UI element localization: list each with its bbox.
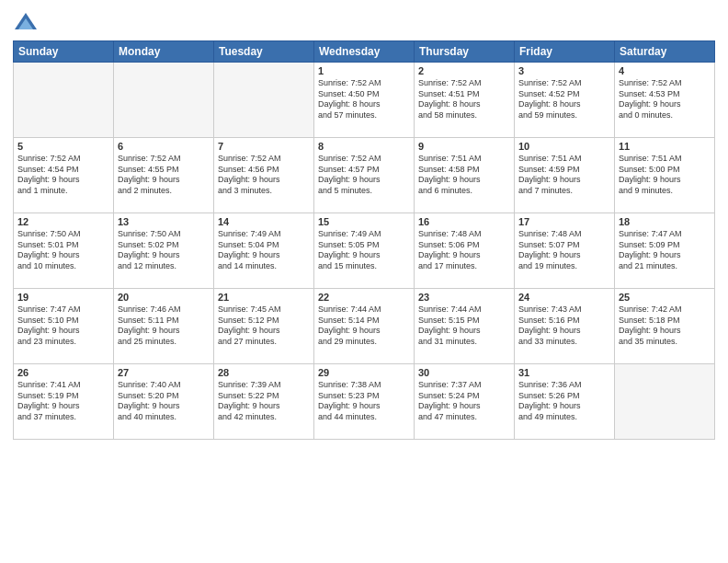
- day-cell: 2Sunrise: 7:52 AM Sunset: 4:51 PM Daylig…: [415, 63, 515, 138]
- day-info: Sunrise: 7:52 AM Sunset: 4:50 PM Dayligh…: [318, 78, 410, 121]
- day-cell: 21Sunrise: 7:45 AM Sunset: 5:12 PM Dayli…: [214, 289, 314, 364]
- day-cell: 11Sunrise: 7:51 AM Sunset: 5:00 PM Dayli…: [615, 138, 715, 213]
- day-info: Sunrise: 7:52 AM Sunset: 4:54 PM Dayligh…: [17, 154, 109, 197]
- week-row-3: 19Sunrise: 7:47 AM Sunset: 5:10 PM Dayli…: [14, 289, 715, 364]
- day-number: 20: [118, 292, 210, 303]
- day-info: Sunrise: 7:46 AM Sunset: 5:11 PM Dayligh…: [118, 304, 210, 348]
- day-cell: 28Sunrise: 7:39 AM Sunset: 5:22 PM Dayli…: [214, 364, 314, 440]
- day-info: Sunrise: 7:40 AM Sunset: 5:20 PM Dayligh…: [118, 380, 210, 423]
- week-row-2: 12Sunrise: 7:50 AM Sunset: 5:01 PM Dayli…: [14, 213, 715, 289]
- day-number: 5: [17, 141, 109, 152]
- day-info: Sunrise: 7:51 AM Sunset: 4:59 PM Dayligh…: [518, 154, 610, 197]
- day-number: 1: [318, 65, 410, 76]
- day-cell: [615, 364, 715, 440]
- day-number: 16: [418, 216, 510, 227]
- day-info: Sunrise: 7:37 AM Sunset: 5:24 PM Dayligh…: [418, 380, 510, 423]
- weekday-header-tuesday: Tuesday: [214, 41, 314, 63]
- day-cell: 12Sunrise: 7:50 AM Sunset: 5:01 PM Dayli…: [14, 213, 114, 289]
- day-cell: 26Sunrise: 7:41 AM Sunset: 5:19 PM Dayli…: [14, 364, 114, 440]
- day-info: Sunrise: 7:49 AM Sunset: 5:05 PM Dayligh…: [318, 229, 410, 272]
- day-cell: 17Sunrise: 7:48 AM Sunset: 5:07 PM Dayli…: [515, 213, 615, 289]
- day-info: Sunrise: 7:47 AM Sunset: 5:10 PM Dayligh…: [17, 304, 109, 348]
- day-info: Sunrise: 7:47 AM Sunset: 5:09 PM Dayligh…: [619, 229, 711, 272]
- day-cell: 22Sunrise: 7:44 AM Sunset: 5:14 PM Dayli…: [314, 289, 415, 364]
- day-cell: 30Sunrise: 7:37 AM Sunset: 5:24 PM Dayli…: [415, 364, 515, 440]
- day-number: 24: [518, 292, 610, 303]
- day-cell: 15Sunrise: 7:49 AM Sunset: 5:05 PM Dayli…: [314, 213, 415, 289]
- weekday-header-sunday: Sunday: [14, 41, 114, 63]
- day-cell: 13Sunrise: 7:50 AM Sunset: 5:02 PM Dayli…: [114, 213, 214, 289]
- day-number: 17: [518, 216, 610, 227]
- header: [13, 9, 715, 35]
- day-info: Sunrise: 7:52 AM Sunset: 4:56 PM Dayligh…: [218, 154, 310, 197]
- week-row-0: 1Sunrise: 7:52 AM Sunset: 4:50 PM Daylig…: [14, 63, 715, 138]
- day-number: 31: [518, 367, 610, 378]
- week-row-1: 5Sunrise: 7:52 AM Sunset: 4:54 PM Daylig…: [14, 138, 715, 213]
- week-row-4: 26Sunrise: 7:41 AM Sunset: 5:19 PM Dayli…: [14, 364, 715, 440]
- day-number: 10: [518, 141, 610, 152]
- page: SundayMondayTuesdayWednesdayThursdayFrid…: [0, 0, 728, 563]
- day-cell: 24Sunrise: 7:43 AM Sunset: 5:16 PM Dayli…: [515, 289, 615, 364]
- day-info: Sunrise: 7:36 AM Sunset: 5:26 PM Dayligh…: [518, 380, 610, 423]
- day-cell: 9Sunrise: 7:51 AM Sunset: 4:58 PM Daylig…: [415, 138, 515, 213]
- day-number: 8: [318, 141, 410, 152]
- day-number: 12: [17, 216, 109, 227]
- day-number: 4: [619, 65, 711, 76]
- weekday-header-wednesday: Wednesday: [314, 41, 415, 63]
- day-number: 6: [118, 141, 210, 152]
- day-info: Sunrise: 7:39 AM Sunset: 5:22 PM Dayligh…: [218, 380, 310, 423]
- calendar-table: SundayMondayTuesdayWednesdayThursdayFrid…: [13, 40, 715, 440]
- day-info: Sunrise: 7:52 AM Sunset: 4:53 PM Dayligh…: [619, 78, 711, 121]
- day-info: Sunrise: 7:48 AM Sunset: 5:07 PM Dayligh…: [518, 229, 610, 272]
- day-cell: 31Sunrise: 7:36 AM Sunset: 5:26 PM Dayli…: [515, 364, 615, 440]
- day-info: Sunrise: 7:52 AM Sunset: 4:52 PM Dayligh…: [518, 78, 610, 121]
- day-cell: 8Sunrise: 7:52 AM Sunset: 4:57 PM Daylig…: [314, 138, 415, 213]
- day-info: Sunrise: 7:45 AM Sunset: 5:12 PM Dayligh…: [218, 304, 310, 348]
- weekday-header-monday: Monday: [114, 41, 214, 63]
- day-info: Sunrise: 7:49 AM Sunset: 5:04 PM Dayligh…: [218, 229, 310, 272]
- day-cell: 10Sunrise: 7:51 AM Sunset: 4:59 PM Dayli…: [515, 138, 615, 213]
- day-number: 26: [17, 367, 109, 378]
- day-cell: 5Sunrise: 7:52 AM Sunset: 4:54 PM Daylig…: [14, 138, 114, 213]
- logo: [13, 9, 42, 35]
- day-info: Sunrise: 7:48 AM Sunset: 5:06 PM Dayligh…: [418, 229, 510, 272]
- day-cell: [114, 63, 214, 138]
- day-info: Sunrise: 7:52 AM Sunset: 4:55 PM Dayligh…: [118, 154, 210, 197]
- day-info: Sunrise: 7:43 AM Sunset: 5:16 PM Dayligh…: [518, 304, 610, 348]
- day-info: Sunrise: 7:52 AM Sunset: 4:57 PM Dayligh…: [318, 154, 410, 197]
- day-cell: 1Sunrise: 7:52 AM Sunset: 4:50 PM Daylig…: [314, 63, 415, 138]
- day-cell: 4Sunrise: 7:52 AM Sunset: 4:53 PM Daylig…: [615, 63, 715, 138]
- day-info: Sunrise: 7:41 AM Sunset: 5:19 PM Dayligh…: [17, 380, 109, 423]
- day-number: 14: [218, 216, 310, 227]
- day-number: 21: [218, 292, 310, 303]
- day-cell: 16Sunrise: 7:48 AM Sunset: 5:06 PM Dayli…: [415, 213, 515, 289]
- day-number: 25: [619, 292, 711, 303]
- day-cell: 25Sunrise: 7:42 AM Sunset: 5:18 PM Dayli…: [615, 289, 715, 364]
- day-info: Sunrise: 7:52 AM Sunset: 4:51 PM Dayligh…: [418, 78, 510, 121]
- day-cell: [14, 63, 114, 138]
- day-info: Sunrise: 7:44 AM Sunset: 5:15 PM Dayligh…: [418, 304, 510, 348]
- day-cell: 14Sunrise: 7:49 AM Sunset: 5:04 PM Dayli…: [214, 213, 314, 289]
- day-info: Sunrise: 7:42 AM Sunset: 5:18 PM Dayligh…: [619, 304, 711, 348]
- day-number: 30: [418, 367, 510, 378]
- weekday-header-saturday: Saturday: [615, 41, 715, 63]
- day-cell: 3Sunrise: 7:52 AM Sunset: 4:52 PM Daylig…: [515, 63, 615, 138]
- day-info: Sunrise: 7:38 AM Sunset: 5:23 PM Dayligh…: [318, 380, 410, 423]
- day-cell: 27Sunrise: 7:40 AM Sunset: 5:20 PM Dayli…: [114, 364, 214, 440]
- day-number: 2: [418, 65, 510, 76]
- day-number: 13: [118, 216, 210, 227]
- day-info: Sunrise: 7:50 AM Sunset: 5:02 PM Dayligh…: [118, 229, 210, 272]
- weekday-header-friday: Friday: [515, 41, 615, 63]
- day-number: 3: [518, 65, 610, 76]
- day-cell: 23Sunrise: 7:44 AM Sunset: 5:15 PM Dayli…: [415, 289, 515, 364]
- day-number: 18: [619, 216, 711, 227]
- day-cell: 19Sunrise: 7:47 AM Sunset: 5:10 PM Dayli…: [14, 289, 114, 364]
- day-cell: 29Sunrise: 7:38 AM Sunset: 5:23 PM Dayli…: [314, 364, 415, 440]
- day-number: 27: [118, 367, 210, 378]
- day-cell: 20Sunrise: 7:46 AM Sunset: 5:11 PM Dayli…: [114, 289, 214, 364]
- day-cell: [214, 63, 314, 138]
- day-number: 15: [318, 216, 410, 227]
- day-number: 7: [218, 141, 310, 152]
- day-number: 29: [318, 367, 410, 378]
- day-info: Sunrise: 7:44 AM Sunset: 5:14 PM Dayligh…: [318, 304, 410, 348]
